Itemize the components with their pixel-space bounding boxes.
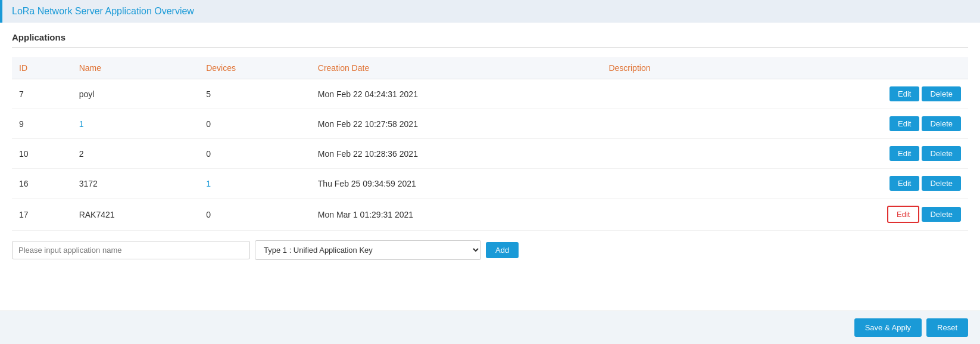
cell-name[interactable]: 1 — [72, 109, 199, 139]
cell-name: poyl — [72, 79, 199, 109]
col-name: Name — [72, 57, 199, 79]
cell-devices: 0 — [199, 199, 311, 231]
cell-creation-date: Mon Feb 22 04:24:31 2021 — [311, 79, 602, 109]
delete-button[interactable]: Delete — [922, 207, 961, 222]
cell-creation-date: Mon Feb 22 10:27:58 2021 — [311, 109, 602, 139]
col-actions — [744, 57, 968, 79]
cell-name: RAK7421 — [72, 199, 199, 231]
table-container: ID Name Devices Creation Date Descriptio… — [12, 57, 968, 301]
cell-actions: EditDelete — [744, 139, 968, 169]
cell-devices: 0 — [199, 139, 311, 169]
edit-button[interactable]: Edit — [890, 146, 919, 161]
save-apply-button[interactable]: Save & Apply — [854, 318, 922, 337]
cell-id: 9 — [12, 109, 72, 139]
reset-button[interactable]: Reset — [926, 318, 968, 337]
cell-actions: EditDelete — [744, 169, 968, 199]
cell-creation-date: Thu Feb 25 09:34:59 2021 — [311, 169, 602, 199]
col-id: ID — [12, 57, 72, 79]
cell-devices: 0 — [199, 109, 311, 139]
table-row: 1020Mon Feb 22 10:28:36 2021EditDelete — [12, 139, 968, 169]
delete-button[interactable]: Delete — [922, 86, 961, 101]
cell-description — [601, 109, 744, 139]
applications-table: ID Name Devices Creation Date Descriptio… — [12, 57, 968, 231]
cell-creation-date: Mon Feb 22 10:28:36 2021 — [311, 139, 602, 169]
cell-actions: EditDelete — [744, 79, 968, 109]
table-header-row: ID Name Devices Creation Date Descriptio… — [12, 57, 968, 79]
cell-description — [601, 199, 744, 231]
edit-button[interactable]: Edit — [890, 116, 919, 131]
edit-button[interactable]: Edit — [890, 86, 919, 101]
edit-button[interactable]: Edit — [887, 206, 919, 223]
page-wrapper: LoRa Network Server Application Overview… — [0, 0, 980, 344]
cell-id: 10 — [12, 139, 72, 169]
header-bar: LoRa Network Server Application Overview — [0, 0, 980, 23]
cell-id: 17 — [12, 199, 72, 231]
cell-actions: EditDelete — [744, 199, 968, 231]
application-name-input[interactable] — [12, 241, 250, 259]
footer-bar: Save & Apply Reset — [0, 311, 980, 344]
cell-devices: 5 — [199, 79, 311, 109]
table-row: 7poyl5Mon Feb 22 04:24:31 2021EditDelete — [12, 79, 968, 109]
application-type-select[interactable]: Type 1 : Unified Application KeyType 2 :… — [255, 240, 481, 260]
cell-description — [601, 139, 744, 169]
cell-actions: EditDelete — [744, 109, 968, 139]
col-description: Description — [601, 57, 744, 79]
table-row: 17RAK74210Mon Mar 1 01:29:31 2021EditDel… — [12, 199, 968, 231]
cell-name: 3172 — [72, 169, 199, 199]
cell-id: 7 — [12, 79, 72, 109]
add-application-row: Type 1 : Unified Application KeyType 2 :… — [12, 231, 968, 265]
add-button[interactable]: Add — [486, 242, 519, 258]
cell-name: 2 — [72, 139, 199, 169]
cell-creation-date: Mon Mar 1 01:29:31 2021 — [311, 199, 602, 231]
page-title: LoRa Network Server Application Overview — [12, 6, 194, 16]
col-creation-date: Creation Date — [311, 57, 602, 79]
cell-description — [601, 79, 744, 109]
cell-description — [601, 169, 744, 199]
main-content: Applications ID Name Devices Creation Da… — [0, 23, 980, 311]
col-devices: Devices — [199, 57, 311, 79]
edit-button[interactable]: Edit — [890, 176, 919, 191]
cell-devices[interactable]: 1 — [199, 169, 311, 199]
section-title: Applications — [12, 32, 968, 48]
delete-button[interactable]: Delete — [922, 116, 961, 131]
cell-id: 16 — [12, 169, 72, 199]
table-row: 1631721Thu Feb 25 09:34:59 2021EditDelet… — [12, 169, 968, 199]
delete-button[interactable]: Delete — [922, 176, 961, 191]
delete-button[interactable]: Delete — [922, 146, 961, 161]
table-row: 910Mon Feb 22 10:27:58 2021EditDelete — [12, 109, 968, 139]
